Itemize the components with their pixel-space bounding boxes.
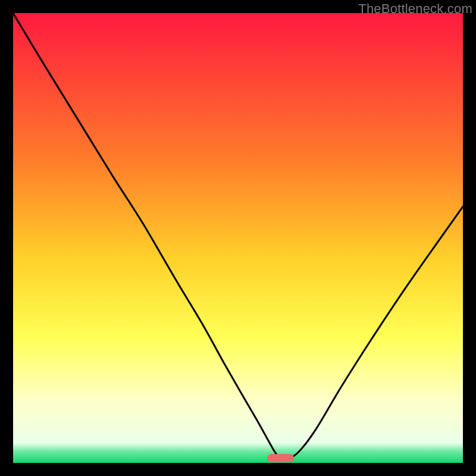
optimal-range-marker: [267, 454, 294, 462]
bottleneck-curve: [13, 13, 463, 463]
watermark-text: TheBottleneck.com: [358, 1, 472, 17]
chart-frame: [13, 13, 463, 463]
